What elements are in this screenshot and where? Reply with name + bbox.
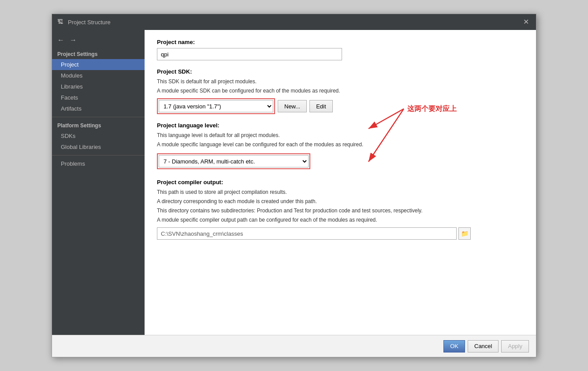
- language-select-wrapper: 7 - Diamonds, ARM, multi-catch etc.: [157, 153, 310, 169]
- title-bar-left: 🏗 Project Structure: [57, 19, 111, 26]
- language-level-section: Project language level: This language le…: [157, 122, 524, 169]
- apply-button[interactable]: Apply: [501, 340, 529, 352]
- nav-forward-button[interactable]: →: [68, 35, 78, 45]
- compiler-desc2: A directory corresponding to each module…: [157, 197, 524, 205]
- language-level-label: Project language level:: [157, 122, 524, 129]
- project-sdk-label: Project SDK:: [157, 68, 524, 75]
- project-settings-label: Project Settings: [52, 48, 145, 59]
- sidebar-item-libraries[interactable]: Libraries: [52, 81, 145, 92]
- compiler-desc1: This path is used to store all project c…: [157, 188, 524, 196]
- dialog-footer: OK Cancel Apply: [52, 335, 536, 357]
- sidebar-item-problems[interactable]: Problems: [52, 158, 145, 169]
- close-button[interactable]: ✕: [521, 18, 531, 26]
- sidebar-item-facets[interactable]: Facets: [52, 92, 145, 103]
- dialog-title: Project Structure: [68, 19, 111, 26]
- platform-settings-label: Platform Settings: [52, 120, 145, 130]
- sdk-select[interactable]: 1.7 (java version "1.7"): [159, 100, 273, 112]
- sdk-row: 1.7 (java version "1.7") New... Edit: [157, 98, 524, 114]
- sdk-desc2: A module specific SDK can be configured …: [157, 87, 524, 95]
- app-icon: 🏗: [57, 19, 64, 26]
- browse-folder-button[interactable]: 📁: [458, 227, 471, 240]
- edit-sdk-button[interactable]: Edit: [309, 100, 332, 112]
- sidebar-divider: [52, 117, 145, 117]
- sidebar-item-sdks[interactable]: SDKs: [52, 130, 145, 141]
- language-level-select[interactable]: 7 - Diamonds, ARM, multi-catch etc.: [159, 155, 309, 167]
- main-content: Project name: Project SDK: This SDK is d…: [145, 30, 536, 335]
- compiler-output-label: Project compiler output:: [157, 179, 524, 186]
- language-desc2: A module specific language level can be …: [157, 141, 524, 148]
- project-sdk-section: Project SDK: This SDK is default for all…: [157, 68, 524, 114]
- sidebar-item-project[interactable]: Project: [52, 59, 145, 70]
- new-sdk-button[interactable]: New...: [278, 100, 307, 112]
- nav-buttons: ← →: [52, 33, 145, 48]
- compiler-path-input[interactable]: [157, 227, 457, 240]
- compiler-path-row: 📁: [157, 227, 524, 240]
- project-name-input[interactable]: [157, 48, 342, 60]
- compiler-desc4: A module specific compiler output path c…: [157, 216, 524, 224]
- project-name-label: Project name:: [157, 39, 524, 45]
- nav-back-button[interactable]: ←: [56, 35, 66, 45]
- project-name-section: Project name:: [157, 39, 524, 60]
- sdk-desc1: This SDK is default for all project modu…: [157, 78, 524, 85]
- sidebar-item-artifacts[interactable]: Artifacts: [52, 103, 145, 114]
- sdk-select-wrapper: 1.7 (java version "1.7"): [157, 98, 275, 114]
- cancel-button[interactable]: Cancel: [468, 340, 499, 352]
- dialog-body: ← → Project Settings Project Modules Lib…: [52, 30, 536, 335]
- ok-button[interactable]: OK: [443, 340, 465, 352]
- project-structure-dialog: 🏗 Project Structure ✕ ← → Project Settin…: [52, 14, 536, 357]
- sidebar: ← → Project Settings Project Modules Lib…: [52, 30, 145, 335]
- language-desc1: This language level is default for all p…: [157, 131, 524, 139]
- sidebar-item-modules[interactable]: Modules: [52, 70, 145, 81]
- title-bar: 🏗 Project Structure ✕: [52, 14, 536, 30]
- compiler-desc3: This directory contains two subdirectori…: [157, 207, 524, 215]
- compiler-output-section: Project compiler output: This path is us…: [157, 179, 524, 240]
- sidebar-divider-2: [52, 155, 145, 156]
- sidebar-item-global-libraries[interactable]: Global Libraries: [52, 141, 145, 152]
